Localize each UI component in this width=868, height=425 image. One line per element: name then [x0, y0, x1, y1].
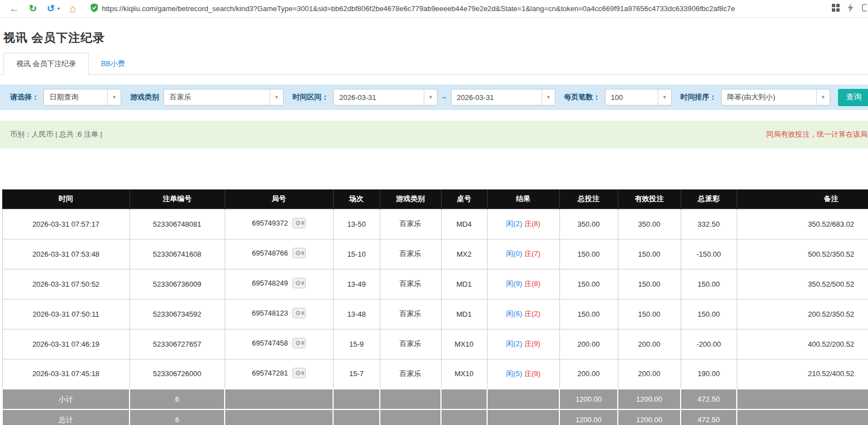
- cell-round: 695748123: [225, 299, 333, 329]
- subtotal-count: 6: [130, 389, 225, 409]
- cell-table-no: MD1: [441, 299, 487, 329]
- chevron-down-icon[interactable]: ▼: [816, 89, 830, 105]
- date-from-value: 2026-03-31: [334, 93, 424, 102]
- cell-table-no: MX2: [441, 239, 487, 269]
- round-number: 695748249: [252, 279, 288, 287]
- table-row: 2026-03-31 07:50:11 523306734592 6957481…: [2, 299, 868, 329]
- cell-total-bet[interactable]: 200.00: [559, 359, 618, 389]
- cell-remark: 400.52/200.52: [737, 329, 868, 359]
- cell-bet-id: 523306734592: [130, 299, 225, 329]
- home-icon[interactable]: ⌂: [65, 3, 81, 14]
- player-result: 闲(5): [506, 369, 522, 378]
- cell-total-bet[interactable]: 200.00: [559, 329, 618, 359]
- cell-session: 13-48: [333, 299, 380, 329]
- cell-result: 闲(5)庄(9): [487, 359, 559, 389]
- round-number: 695747458: [252, 339, 288, 347]
- chevron-down-icon[interactable]: ▼: [107, 89, 121, 105]
- replay-video-icon[interactable]: [292, 248, 306, 260]
- table-row: 2026-03-31 07:45:18 523306726000 6957472…: [2, 359, 868, 389]
- page-size-label: 每页笔数：: [564, 92, 601, 102]
- cell-game-type: 百家乐: [380, 239, 441, 269]
- bet-records-table-wrap: 时间 注单编号 局号 场次 游戏类别 桌号 结果 总投注 有效投注 总派彩 备注…: [0, 189, 868, 425]
- undo-icon[interactable]: ↺: [43, 4, 55, 13]
- replay-video-icon[interactable]: [292, 218, 306, 230]
- query-type-value: 日期查询: [44, 92, 107, 102]
- tab-bb-tip[interactable]: BB小费: [89, 53, 137, 74]
- cell-total-bet[interactable]: 150.00: [559, 239, 618, 269]
- header-payout: 总派彩: [681, 189, 737, 209]
- cell-total-bet[interactable]: 350.00: [559, 209, 618, 239]
- header-valid-bet: 有效投注: [618, 189, 681, 209]
- table-header-row: 时间 注单编号 局号 场次 游戏类别 桌号 结果 总投注 有效投注 总派彩 备注: [2, 189, 868, 209]
- banker-result: 庄(9): [524, 339, 540, 348]
- filter-bar: 请选择： 日期查询 ▼ 游戏类别 百家乐 ▼ 时间区间： 2026-03-31 …: [0, 84, 868, 110]
- subtotal-valid-bet: 1200.00: [618, 389, 681, 409]
- query-type-label: 请选择：: [10, 92, 39, 102]
- cell-payout: -150.00: [681, 239, 737, 269]
- cell-total-bet[interactable]: 150.00: [559, 299, 618, 329]
- range-separator: ~: [442, 93, 447, 102]
- url-text: https://kiqiiu.com/game/betrecord_search…: [102, 4, 735, 13]
- query-type-select[interactable]: 日期查询 ▼: [43, 89, 121, 106]
- grid-icon[interactable]: [832, 4, 840, 14]
- tab-bet-records[interactable]: 视讯 会员下注纪录: [3, 53, 89, 75]
- cell-result: 闲(2)庄(8): [487, 209, 559, 239]
- chevron-down-icon[interactable]: ▼: [424, 89, 437, 105]
- sort-order-value: 降幂(由大到小): [722, 92, 816, 102]
- refresh-icon[interactable]: ↻: [25, 4, 41, 13]
- total-label: 总计: [2, 409, 130, 425]
- game-type-select[interactable]: 百家乐 ▼: [163, 89, 284, 106]
- address-bar[interactable]: https://kiqiiu.com/game/betrecord_search…: [83, 3, 824, 14]
- flash-icon[interactable]: [847, 3, 854, 14]
- round-number: 695748766: [252, 249, 288, 257]
- game-type-value: 百家乐: [164, 92, 270, 102]
- page-size-select[interactable]: 100 ▼: [605, 89, 672, 106]
- cell-valid-bet: 150.00: [618, 299, 681, 329]
- total-payout: 472.50: [681, 409, 737, 425]
- search-button[interactable]: 查询: [838, 89, 868, 106]
- cell-time: 2026-03-31 07:45:18: [2, 359, 130, 389]
- cell-time: 2026-03-31 07:50:11: [2, 299, 130, 329]
- undo-dropdown-icon[interactable]: ▾: [58, 6, 62, 11]
- page-title: 视讯 会员下注纪录: [0, 18, 868, 46]
- cell-payout: 150.00: [681, 299, 737, 329]
- replay-video-icon[interactable]: [292, 278, 306, 290]
- cell-table-no: MX10: [441, 359, 487, 389]
- sort-order-label: 时间排序：: [681, 92, 717, 102]
- back-icon[interactable]: ←: [6, 4, 23, 13]
- replay-video-icon[interactable]: [292, 308, 306, 320]
- tab-bar: 视讯 会员下注纪录 BB小费: [0, 54, 868, 75]
- chevron-down-icon[interactable]: ▼: [542, 89, 555, 105]
- cell-bet-id: 523306741608: [130, 239, 225, 269]
- cell-total-bet[interactable]: 150.00: [559, 269, 618, 299]
- cell-bet-id: 523306736009: [130, 269, 225, 299]
- banker-result: 庄(2): [524, 309, 540, 318]
- currency-summary-text: 币别：人民币 | 总共 :6 注单 |: [10, 129, 102, 139]
- replay-video-icon[interactable]: [292, 368, 306, 380]
- chevron-down-icon[interactable]: ▼: [658, 89, 671, 105]
- replay-video-icon[interactable]: [292, 338, 306, 350]
- cell-game-type: 百家乐: [380, 359, 441, 389]
- sort-order-select[interactable]: 降幂(由大到小) ▼: [721, 89, 830, 106]
- total-count: 6: [130, 409, 225, 425]
- cell-payout: -200.00: [681, 329, 737, 359]
- header-total-bet: 总投注: [559, 189, 618, 209]
- header-result: 结果: [487, 189, 559, 209]
- cell-remark: 500.52/350.52: [737, 239, 868, 269]
- cell-session: 15-7: [333, 359, 380, 389]
- clipped-edge-icon[interactable]: [861, 3, 867, 14]
- cell-table-no: MD1: [441, 269, 487, 299]
- cell-valid-bet: 200.00: [618, 359, 681, 389]
- banker-result: 庄(8): [524, 279, 540, 288]
- date-to-input[interactable]: 2026-03-31 ▼: [451, 89, 555, 106]
- cell-session: 15-10: [333, 239, 380, 269]
- banker-result: 庄(8): [524, 219, 540, 228]
- game-type-label: 游戏类别: [130, 92, 159, 102]
- subtotal-total-bet: 1200.00: [559, 389, 618, 409]
- date-from-input[interactable]: 2026-03-31 ▼: [333, 89, 438, 106]
- cell-round: 695748766: [225, 239, 333, 269]
- cell-round: 695748249: [225, 269, 333, 299]
- cell-time: 2026-03-31 07:57:17: [2, 209, 130, 239]
- chevron-down-icon[interactable]: ▼: [270, 89, 283, 105]
- cell-valid-bet: 150.00: [618, 269, 681, 299]
